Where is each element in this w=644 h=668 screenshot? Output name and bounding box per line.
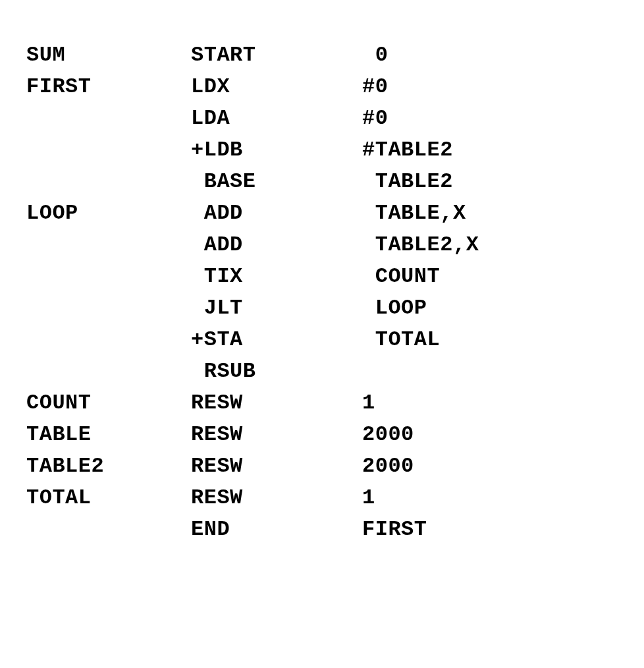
label-cell bbox=[26, 292, 191, 324]
opcode-cell: LDX bbox=[191, 71, 362, 103]
table-row: TABLE RESW 2000 bbox=[26, 419, 479, 451]
opcode-cell: RSUB bbox=[191, 356, 362, 387]
label-cell: TABLE bbox=[26, 419, 191, 451]
opcode-cell: END bbox=[191, 514, 362, 545]
opcode-cell: START bbox=[191, 40, 362, 71]
opcode-cell: RESW bbox=[191, 387, 362, 419]
table-row: TOTAL RESW 1 bbox=[26, 482, 479, 514]
label-cell: TABLE2 bbox=[26, 451, 191, 482]
opcode-cell: +LDB bbox=[191, 134, 362, 166]
table-row: +STA TOTAL bbox=[26, 324, 479, 356]
table-row: +LDB #TABLE2 bbox=[26, 134, 479, 166]
opcode-cell: ADD bbox=[191, 229, 362, 261]
label-cell: TOTAL bbox=[26, 482, 191, 514]
opcode-cell: LDA bbox=[191, 103, 362, 134]
opcode-cell: JLT bbox=[191, 292, 362, 324]
operand-cell: TABLE2,X bbox=[362, 229, 479, 261]
operand-cell: 1 bbox=[362, 387, 479, 419]
opcode-cell: BASE bbox=[191, 166, 362, 198]
operand-cell: #TABLE2 bbox=[362, 134, 479, 166]
table-row: SUM START 0 bbox=[26, 40, 479, 71]
table-row: BASE TABLE2 bbox=[26, 166, 479, 198]
operand-cell: 0 bbox=[362, 40, 479, 71]
opcode-cell: +STA bbox=[191, 324, 362, 356]
label-cell bbox=[26, 166, 191, 198]
table-row: TIX COUNT bbox=[26, 261, 479, 292]
label-cell: LOOP bbox=[26, 198, 191, 229]
table-row: END FIRST bbox=[26, 514, 479, 545]
operand-cell: COUNT bbox=[362, 261, 479, 292]
label-cell: FIRST bbox=[26, 71, 191, 103]
label-cell: COUNT bbox=[26, 387, 191, 419]
table-row: TABLE2 RESW 2000 bbox=[26, 451, 479, 482]
operand-cell: LOOP bbox=[362, 292, 479, 324]
opcode-cell: ADD bbox=[191, 198, 362, 229]
label-cell bbox=[26, 514, 191, 545]
opcode-cell: RESW bbox=[191, 482, 362, 514]
operand-cell: #0 bbox=[362, 71, 479, 103]
operand-cell: FIRST bbox=[362, 514, 479, 545]
opcode-cell: RESW bbox=[191, 419, 362, 451]
operand-cell bbox=[362, 356, 479, 387]
label-cell bbox=[26, 134, 191, 166]
label-cell bbox=[26, 103, 191, 134]
table-row: LOOP ADD TABLE,X bbox=[26, 198, 479, 229]
table-row: COUNT RESW 1 bbox=[26, 387, 479, 419]
operand-cell: TABLE2 bbox=[362, 166, 479, 198]
table-row: JLT LOOP bbox=[26, 292, 479, 324]
label-cell bbox=[26, 261, 191, 292]
assembly-listing: SUM START 0 FIRST LDX #0 LDA #0 +LDB #TA… bbox=[26, 40, 479, 545]
operand-cell: TOTAL bbox=[362, 324, 479, 356]
table-row: FIRST LDX #0 bbox=[26, 71, 479, 103]
operand-cell: #0 bbox=[362, 103, 479, 134]
operand-cell: 2000 bbox=[362, 419, 479, 451]
label-cell: SUM bbox=[26, 40, 191, 71]
operand-cell: TABLE,X bbox=[362, 198, 479, 229]
table-row: RSUB bbox=[26, 356, 479, 387]
operand-cell: 1 bbox=[362, 482, 479, 514]
operand-cell: 2000 bbox=[362, 451, 479, 482]
opcode-cell: TIX bbox=[191, 261, 362, 292]
label-cell bbox=[26, 229, 191, 261]
opcode-cell: RESW bbox=[191, 451, 362, 482]
label-cell bbox=[26, 356, 191, 387]
table-row: ADD TABLE2,X bbox=[26, 229, 479, 261]
table-row: LDA #0 bbox=[26, 103, 479, 134]
label-cell bbox=[26, 324, 191, 356]
